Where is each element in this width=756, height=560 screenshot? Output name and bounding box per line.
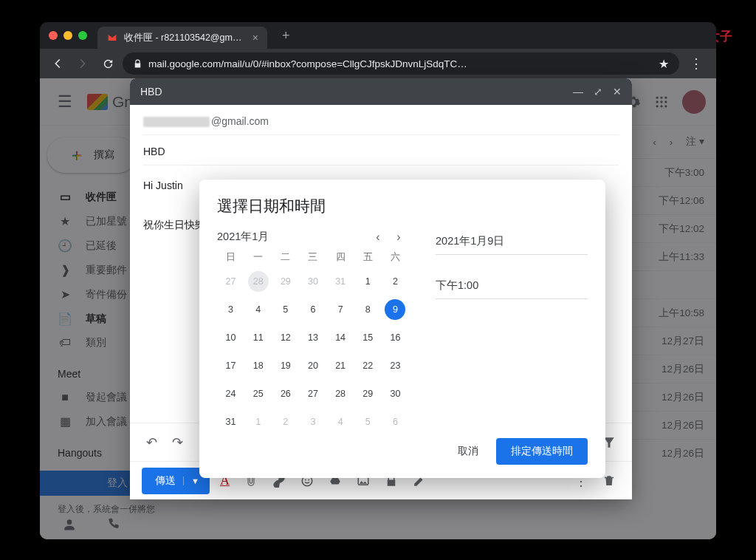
- nav-reload-button[interactable]: [97, 53, 118, 74]
- send-dropdown-icon[interactable]: ▼: [183, 477, 199, 485]
- calendar-day[interactable]: 18: [248, 355, 269, 376]
- calendar-day[interactable]: 11: [248, 327, 269, 348]
- cancel-button[interactable]: 取消: [450, 439, 486, 464]
- calendar-day[interactable]: 10: [221, 327, 241, 348]
- calendar-day: 1: [248, 412, 269, 432]
- calendar-day[interactable]: 9: [385, 299, 405, 320]
- calendar-day[interactable]: 15: [357, 327, 378, 348]
- calendar-day[interactable]: 16: [385, 327, 405, 348]
- address-bar[interactable]: mail.google.com/mail/u/0/#inbox?compose=…: [123, 52, 679, 75]
- lock-icon: [133, 59, 142, 69]
- redo-icon[interactable]: ↷: [168, 434, 188, 451]
- svg-point-10: [305, 479, 306, 480]
- compose-expand-icon[interactable]: ⤢: [594, 86, 602, 98]
- calendar-day[interactable]: 6: [303, 299, 323, 320]
- calendar-day[interactable]: 12: [275, 327, 296, 348]
- calendar-day[interactable]: 1: [357, 271, 378, 292]
- tab-close-icon[interactable]: ×: [252, 32, 258, 44]
- mac-close-icon[interactable]: [49, 31, 58, 40]
- calendar-day[interactable]: 7: [330, 299, 351, 320]
- calendar-day: 31: [330, 271, 351, 292]
- browser-window: 收件匣 - r821103542@gmail.co × + mail.googl…: [40, 22, 716, 539]
- chrome-tabstrip: 收件匣 - r821103542@gmail.co × +: [40, 22, 716, 49]
- compose-subject-field[interactable]: HBD: [143, 141, 619, 165]
- calendar-day[interactable]: 21: [330, 355, 351, 376]
- new-tab-button[interactable]: +: [278, 28, 295, 44]
- calendar-day[interactable]: 22: [357, 355, 378, 376]
- browser-tab[interactable]: 收件匣 - r821103542@gmail.co ×: [97, 27, 267, 49]
- gmail-favicon-icon: [106, 32, 118, 44]
- calendar-day[interactable]: 5: [275, 299, 296, 320]
- weekday-header: 二: [272, 251, 299, 264]
- calendar-day[interactable]: 8: [357, 299, 378, 320]
- calendar-day[interactable]: 14: [330, 327, 351, 348]
- modal-title: 選擇日期和時間: [217, 196, 588, 216]
- nav-back-button[interactable]: [47, 53, 68, 74]
- calendar-day[interactable]: 20: [303, 355, 323, 376]
- schedule-date-input[interactable]: 2021年1月9日: [436, 231, 588, 255]
- weekday-header: 日: [217, 251, 244, 264]
- calendar-prev-icon[interactable]: ‹: [368, 231, 388, 244]
- weekday-header: 五: [354, 251, 382, 264]
- weekday-header: 一: [244, 251, 272, 264]
- weekday-header: 六: [382, 251, 409, 264]
- gmail-app: ☰ Gmail 搜尋郵件 ▼ ＋撰寫 ▭收件匣★已加星號🕘已延後❱重要郵件➤寄件…: [40, 78, 716, 539]
- calendar-day[interactable]: 24: [221, 383, 241, 404]
- svg-point-11: [308, 479, 309, 480]
- mac-minimize-icon[interactable]: [63, 31, 72, 40]
- calendar-day: 29: [275, 271, 296, 292]
- calendar-day: 27: [221, 271, 241, 292]
- undo-icon[interactable]: ↶: [142, 434, 162, 451]
- calendar-day: 4: [330, 412, 351, 432]
- mac-traffic-lights: [49, 31, 87, 40]
- calendar-day: 3: [303, 412, 323, 432]
- url-text: mail.google.com/mail/u/0/#inbox?compose=…: [148, 58, 653, 69]
- calendar-day[interactable]: 19: [275, 355, 296, 376]
- calendar-day[interactable]: 28: [330, 383, 351, 404]
- calendar-day: 30: [303, 271, 323, 292]
- tab-title: 收件匣 - r821103542@gmail.co: [124, 32, 242, 44]
- chrome-toolbar: mail.google.com/mail/u/0/#inbox?compose=…: [40, 49, 716, 78]
- compose-close-icon[interactable]: ✕: [613, 86, 622, 98]
- calendar-day[interactable]: 27: [303, 383, 323, 404]
- compose-minimize-icon[interactable]: —: [573, 86, 583, 98]
- calendar-next-icon[interactable]: ›: [388, 231, 409, 244]
- compose-header[interactable]: HBD — ⤢ ✕: [130, 78, 632, 105]
- calendar-day[interactable]: 3: [221, 299, 241, 320]
- schedule-send-modal: 選擇日期和時間 2021年1月 ‹ › 日一二三四五六2728293031123…: [199, 180, 605, 478]
- calendar-day[interactable]: 30: [385, 383, 405, 404]
- calendar-day[interactable]: 13: [303, 327, 323, 348]
- calendar-day: 28: [248, 271, 269, 292]
- weekday-header: 三: [299, 251, 326, 264]
- calendar-day: 6: [385, 412, 405, 432]
- calendar-day[interactable]: 31: [221, 412, 241, 432]
- weekday-header: 四: [327, 251, 354, 264]
- compose-title: HBD: [140, 86, 162, 98]
- mac-zoom-icon[interactable]: [78, 31, 87, 40]
- calendar-day[interactable]: 26: [275, 383, 296, 404]
- calendar-day[interactable]: 23: [385, 355, 405, 376]
- nav-forward-button[interactable]: [72, 53, 93, 74]
- calendar-day[interactable]: 4: [248, 299, 269, 320]
- calendar-day[interactable]: 25: [248, 383, 269, 404]
- calendar-month-label: 2021年1月: [217, 230, 368, 244]
- calendar-day[interactable]: 17: [221, 355, 241, 376]
- calendar-day: 5: [357, 412, 378, 432]
- bookmark-star-icon[interactable]: ★: [659, 57, 669, 71]
- calendar-day[interactable]: 2: [385, 271, 405, 292]
- schedule-send-button[interactable]: 排定傳送時間: [496, 438, 588, 465]
- compose-to-field[interactable]: @gmail.com: [143, 114, 619, 135]
- calendar-picker: 2021年1月 ‹ › 日一二三四五六272829303112345678910…: [217, 230, 409, 432]
- calendar-day[interactable]: 29: [357, 383, 378, 404]
- chrome-menu-button[interactable]: ⋮: [684, 55, 709, 72]
- calendar-day: 2: [275, 412, 296, 432]
- redacted-recipient: [143, 117, 210, 127]
- schedule-time-input[interactable]: 下午1:00: [436, 276, 588, 299]
